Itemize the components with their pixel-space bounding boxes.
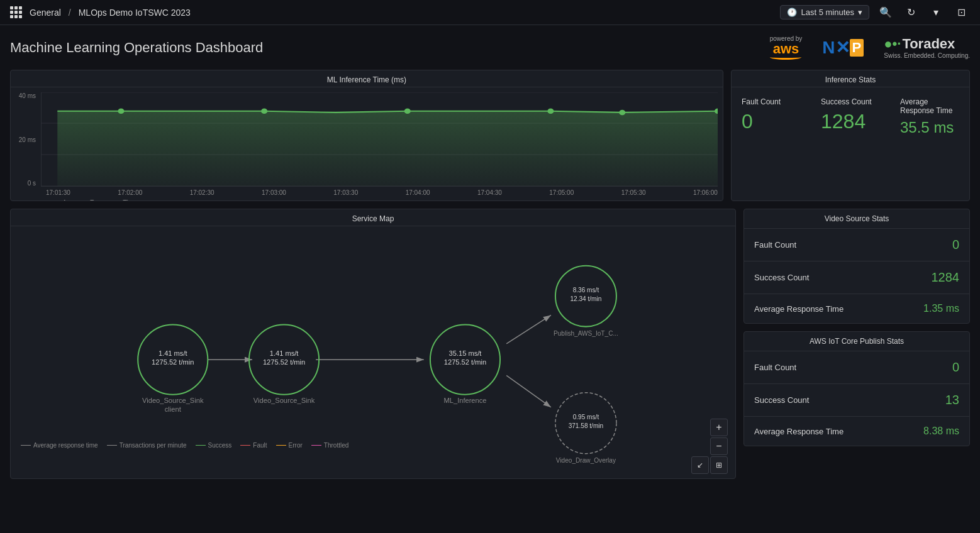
legend-throttled-label: Throttled <box>324 442 348 449</box>
vs-fault-value: 0 <box>952 238 959 252</box>
toradex-logo: ●•· Toradex Swiss. Embedded. Computing. <box>884 36 970 59</box>
chart-legend: Average Response Time <box>16 196 718 201</box>
svg-point-8 <box>547 109 554 114</box>
x-label-9: 17:06:00 <box>693 189 718 196</box>
svg-point-9 <box>619 110 625 116</box>
nxp-logo: N ✕ P <box>822 37 864 58</box>
success-count-stat: Success Count 1284 <box>811 87 890 199</box>
legend-fault-label: Fault <box>253 442 267 449</box>
clock-icon: 🕐 <box>787 8 797 17</box>
x-label-6: 17:04:30 <box>477 189 502 196</box>
legend-throttled: Throttled <box>311 442 348 449</box>
svg-text:1.41 ms/t: 1.41 ms/t <box>270 349 299 357</box>
zoom-in-button[interactable]: + <box>710 419 728 436</box>
legend-throttled-dash <box>311 445 321 446</box>
inference-chart-panel: ML Inference Time (ms) 40 ms 20 ms 0 s <box>10 70 723 201</box>
svg-text:Video_Draw_Overlay: Video_Draw_Overlay <box>556 457 616 464</box>
grid-icon[interactable] <box>10 6 22 18</box>
inference-chart-title: ML Inference Time (ms) <box>11 70 723 87</box>
legend-avg-label: Average response time <box>33 442 98 449</box>
svg-point-6 <box>261 109 267 114</box>
reset-view-button[interactable]: ↙ <box>691 456 709 474</box>
legend-avg-response: Average response time <box>21 442 98 449</box>
legend-error-dash <box>276 445 286 446</box>
aws-success-label: Success Count <box>754 395 809 405</box>
aws-fault-label: Fault Count <box>754 363 796 372</box>
aws-avg-row: Average Response Time 8.38 ms <box>744 417 969 446</box>
breadcrumb-separator: / <box>69 8 71 18</box>
service-map-content: 1.41 ms/t 1275.52 t/min Video_Source_Sin… <box>11 226 735 474</box>
aws-success-row: Success Count 13 <box>744 384 969 417</box>
chart-inner: 40 ms 20 ms 0 s <box>16 92 718 187</box>
search-button[interactable]: 🔍 <box>877 4 894 21</box>
vs-success-value: 1284 <box>932 270 960 285</box>
x-axis: 17:01:30 17:02:00 17:02:30 17:03:00 17:0… <box>16 187 718 196</box>
avg-response-stat: Average Response Time 35.5 ms <box>890 87 969 199</box>
aws-fault-row: Fault Count 0 <box>744 351 969 384</box>
svg-text:Video_Source_Sink: Video_Source_Sink <box>253 397 315 404</box>
service-map-panel: Service Map <box>10 209 736 479</box>
vs-avg-label: Average Response Time <box>754 304 844 314</box>
x-label-5: 17:04:00 <box>406 189 430 196</box>
svg-text:8.36 ms/t: 8.36 ms/t <box>573 287 599 294</box>
x-label-8: 17:05:30 <box>621 189 646 196</box>
legend-fault: Fault <box>240 442 267 449</box>
bottom-row: Service Map <box>10 209 970 479</box>
brand-logos: powered by aws N ✕ P ●•· Toradex Swiss. … <box>770 35 970 60</box>
vs-avg-value: 1.35 ms <box>923 303 959 314</box>
svg-point-7 <box>404 109 411 114</box>
grid-view-button[interactable]: ⊞ <box>710 456 728 474</box>
svg-line-15 <box>506 375 551 407</box>
svg-text:client: client <box>165 405 181 413</box>
avg-response-value: 35.5 ms <box>900 120 959 135</box>
breadcrumb-general[interactable]: General <box>30 8 61 18</box>
success-count-label: Success Count <box>821 97 880 106</box>
svg-text:1275.52 t/min: 1275.52 t/min <box>444 358 486 366</box>
svg-text:0.95 ms/t: 0.95 ms/t <box>573 414 599 420</box>
chart-legend-label: Average Response Time <box>62 199 138 201</box>
refresh-button[interactable]: ↻ <box>902 4 920 21</box>
legend-tpm: Transactions per minute <box>107 442 187 449</box>
chart-area <box>41 92 718 187</box>
svg-marker-4 <box>57 111 718 186</box>
svg-text:12.34 t/min: 12.34 t/min <box>570 295 601 302</box>
breadcrumb-page: MLOps Demo IoTSWC 2023 <box>79 8 191 18</box>
legend-tpm-label: Transactions per minute <box>120 442 187 449</box>
dashboard-header: Machine Learning Operations Dashboard po… <box>10 35 970 60</box>
chevron-down-icon: ▾ <box>858 8 862 17</box>
legend-success: Success <box>196 442 232 449</box>
topbar-right: 🕐 Last 5 minutes ▾ 🔍 ↻ ▾ ⊡ <box>780 4 970 21</box>
aws-arrow <box>770 55 801 60</box>
svg-text:Video_Source_Sink: Video_Source_Sink <box>142 397 204 404</box>
y-axis: 40 ms 20 ms 0 s <box>16 92 41 187</box>
dropdown-button[interactable]: ▾ <box>927 4 945 21</box>
x-label-7: 17:05:00 <box>549 189 574 196</box>
svg-text:1275.52 t/min: 1275.52 t/min <box>263 358 305 366</box>
inference-stats-panel: Inference Stats Fault Count 0 Success Co… <box>731 70 970 201</box>
toradex-tagline: Swiss. Embedded. Computing. <box>884 52 970 59</box>
y-label-40: 40 ms <box>19 92 36 99</box>
video-source-stats-title: Video Source Stats <box>744 209 969 229</box>
zoom-out-button[interactable]: − <box>710 437 728 455</box>
legend-error: Error <box>276 442 303 449</box>
video-source-stats-panel: Video Source Stats Fault Count 0 Success… <box>743 209 970 324</box>
map-legend: Average response time Transactions per m… <box>21 442 348 449</box>
chart-container: 40 ms 20 ms 0 s <box>11 87 723 201</box>
main-content: Machine Learning Operations Dashboard po… <box>0 25 980 489</box>
svg-text:ML_Inference: ML_Inference <box>444 397 487 404</box>
breadcrumb: General / MLOps Demo IoTSWC 2023 <box>10 6 191 18</box>
time-range-picker[interactable]: 🕐 Last 5 minutes ▾ <box>780 5 869 19</box>
aws-success-value: 13 <box>945 393 959 407</box>
aws-iot-stats-title: AWS IoT Core Publish Stats <box>744 332 969 351</box>
aws-logo: powered by aws <box>770 35 803 60</box>
map-extra-controls: ↙ ⊞ <box>691 456 728 474</box>
y-label-0: 0 s <box>28 180 36 187</box>
legend-tpm-dash <box>107 445 117 446</box>
screen-button[interactable]: ⊡ <box>952 4 970 21</box>
aws-fault-value: 0 <box>952 360 959 375</box>
svg-line-14 <box>506 315 551 343</box>
service-map-svg: 1.41 ms/t 1275.52 t/min Video_Source_Sin… <box>11 226 735 474</box>
legend-error-label: Error <box>289 442 303 449</box>
toradex-dot-icon: ●•· <box>884 36 901 52</box>
inference-stats-title: Inference Stats <box>732 70 969 87</box>
